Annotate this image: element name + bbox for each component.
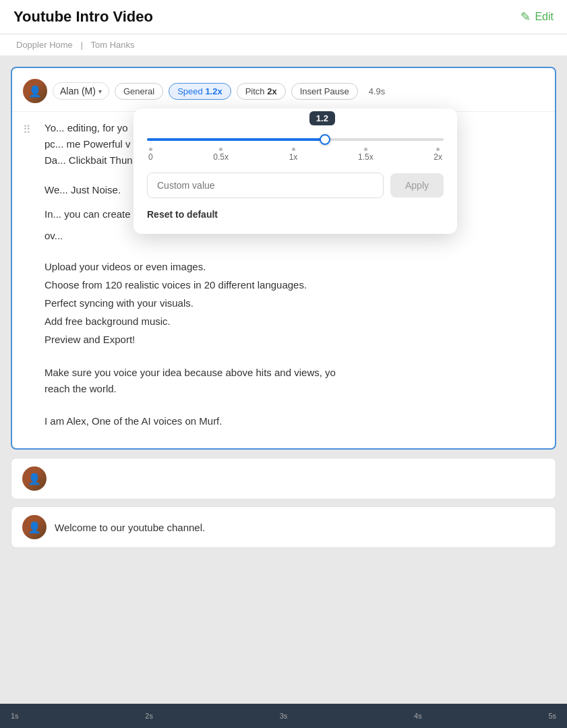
avatar-image-2: 👤: [22, 466, 47, 491]
avatar-image: 👤: [23, 79, 47, 103]
tick-0: 0: [148, 148, 153, 162]
edit-icon: ✎: [520, 9, 531, 24]
slider-thumb[interactable]: [320, 134, 330, 145]
content-alex: I am Alex, One of the AI voices on Murf.: [12, 405, 555, 437]
tick-05: 0.5x: [213, 148, 229, 162]
editor-block-2: 👤: [11, 458, 556, 499]
tick-dot: [292, 148, 295, 151]
list-item: Upload your videos or even images.: [44, 257, 523, 276]
timeline-mark-4s: 4s: [414, 712, 422, 720]
breadcrumb-home[interactable]: Doppler Home: [16, 40, 73, 50]
avatar-3: 👤: [22, 515, 47, 539]
duration-badge: 4.9s: [363, 84, 391, 99]
custom-value-input[interactable]: [147, 173, 384, 198]
list-item: Add free background music.: [44, 312, 523, 330]
speed-popup: 1.2 0 0.5x 1x: [133, 109, 457, 234]
reset-to-default[interactable]: Reset to default: [147, 209, 218, 220]
voice-selector[interactable]: Alan (M) ▾: [53, 82, 109, 100]
pitch-value: 2x: [267, 86, 276, 96]
voice-name: Alan (M): [60, 86, 96, 96]
tab-speed[interactable]: Speed 1.2x: [169, 83, 231, 100]
text-block-3: Welcome to our youtube channel.: [55, 522, 205, 533]
breadcrumb-separator: |: [80, 40, 82, 50]
page-title: Youtube Intro Video: [13, 8, 153, 26]
header: Youtube Intro Video ✎ Edit: [0, 0, 567, 34]
tick-dot: [149, 148, 152, 151]
content-para: Make sure you voice your idea because ab…: [12, 357, 555, 405]
list-item: Choose from 120 realistic voices in 20 d…: [44, 276, 523, 294]
timeline-mark-3s: 3s: [280, 712, 288, 720]
main-area: 👤 Alan (M) ▾ General Speed 1.2x Pitch 2x…: [0, 56, 567, 566]
list-item: Preview and Export!: [44, 330, 523, 348]
timeline-marks: 1s 2s 3s 4s 5s: [11, 712, 556, 720]
content-list: Upload your videos or even images. Choos…: [12, 249, 555, 357]
timeline-mark-2s: 2s: [145, 712, 153, 720]
avatar: 👤: [23, 79, 47, 103]
tick-dot: [364, 148, 367, 151]
tick-15: 1.5x: [358, 148, 374, 162]
slider-tooltip: 1.2: [309, 111, 335, 125]
tab-pitch[interactable]: Pitch 2x: [237, 83, 286, 100]
editor-block-1: 👤 Alan (M) ▾ General Speed 1.2x Pitch 2x…: [11, 67, 556, 450]
tick-2: 2x: [434, 148, 442, 162]
tab-insert-pause[interactable]: Insert Pause: [291, 83, 358, 100]
tick-dot: [436, 148, 440, 151]
breadcrumb-current: Tom Hanks: [90, 40, 134, 50]
breadcrumb: Doppler Home | Tom Hanks: [0, 34, 567, 56]
tick-row: 0 0.5x 1x 1.5x 2x: [147, 148, 444, 162]
slider-fill: [147, 138, 325, 141]
timeline-mark-5s: 5s: [548, 712, 556, 720]
timeline-mark-1s: 1s: [11, 712, 19, 720]
edit-button[interactable]: ✎ Edit: [520, 9, 554, 24]
tick-dot: [219, 148, 222, 151]
avatar-2: 👤: [22, 466, 47, 491]
tick-1: 1x: [289, 148, 298, 162]
avatar-image-3: 👤: [22, 515, 47, 539]
editor-block-3: 👤 Welcome to our youtube channel.: [11, 506, 556, 548]
drag-handle[interactable]: ⠿: [23, 121, 31, 139]
tab-general[interactable]: General: [115, 83, 163, 100]
input-row: Apply: [147, 173, 444, 198]
apply-button[interactable]: Apply: [390, 173, 444, 198]
chevron-down-icon: ▾: [98, 88, 102, 95]
toolbar-row: 👤 Alan (M) ▾ General Speed 1.2x Pitch 2x…: [12, 79, 555, 112]
slider-track: [147, 138, 444, 141]
slider-container: 1.2: [147, 122, 444, 141]
timeline: 1s 2s 3s 4s 5s: [0, 704, 567, 728]
list-item: Perfect syncing with your visuals.: [44, 294, 523, 312]
speed-value: 1.2x: [205, 86, 222, 96]
